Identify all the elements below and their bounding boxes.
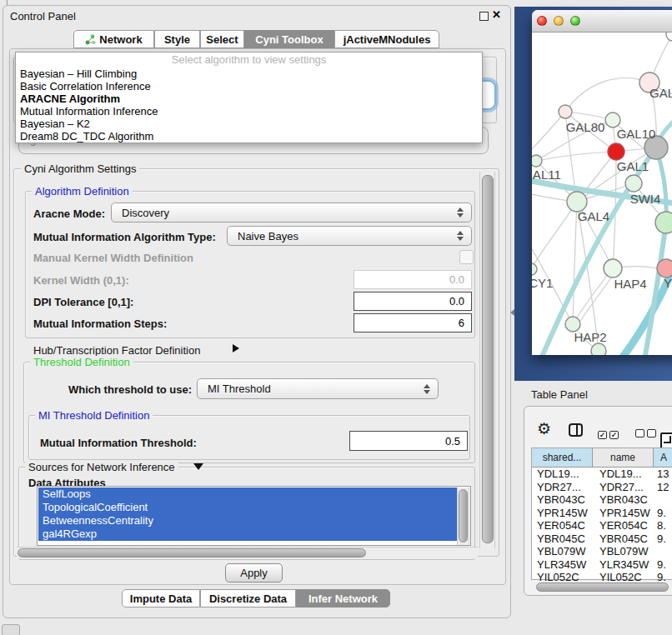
attribute-item-selected[interactable]: TopologicalCoefficient [38,501,462,514]
mi-threshold-field[interactable]: 0.5 [349,431,468,451]
expand-right-icon[interactable] [233,344,239,352]
table-row[interactable]: YBR045CYBR045C9. [532,532,672,546]
mi-steps-field[interactable]: 6 [354,313,472,332]
network-canvas[interactable]: GALGAL80GAL10GAL11GAL1SWI4GAL4GCY1HAP4YH… [532,32,672,355]
tab-impute-data[interactable]: Impute Data [122,589,200,608]
table-row[interactable]: YDR27...YDR27...12 [532,481,672,494]
node-label: GAL [649,86,672,100]
tab-infer-network[interactable]: Infer Network [296,589,390,608]
column-layout-icon[interactable] [569,423,583,437]
network-node[interactable] [532,263,537,275]
table-cell: YBR043C [537,493,585,507]
table-horizontal-scrollbar[interactable] [534,582,672,592]
tab-discretize-data[interactable]: Discretize Data [200,589,296,608]
network-node[interactable] [559,105,572,118]
collapse-down-icon[interactable] [193,463,203,470]
network-node[interactable] [655,212,672,233]
network-edge [565,78,649,112]
node-label: Y [664,276,672,290]
table-cell: 9. [657,558,666,572]
table-row[interactable]: YIL052CYIL052C9. [532,571,672,581]
select-all-rows-icon[interactable]: ✓✓ [598,426,619,441]
table-cell: YLR345W [537,558,586,572]
aracne-mode-label: Aracne Mode: [33,208,105,220]
table-cell: YIL052C [537,571,579,581]
node-label: GCY1 [532,276,553,290]
network-canvas-svg: GALGAL80GAL10GAL11GAL1SWI4GAL4GCY1HAP4YH… [532,32,672,355]
attribute-item-selected[interactable]: SelfLoops [38,488,462,501]
dropdown-item[interactable]: Mutual Information Inference [16,105,482,118]
table-body: YDL19...YDL19...13YDR27...YDR27...12YBR0… [532,468,672,581]
minimize-window-icon[interactable] [554,16,564,26]
tab-network[interactable]: Network [73,30,154,48]
table-row[interactable]: YLR345WYLR345W9. [532,558,672,572]
dpi-tolerance-field[interactable]: 0.0 [354,292,472,311]
tab-label: Infer Network [308,592,378,605]
table-cell: YER054C [599,519,648,532]
dropdown-item-selected[interactable]: ARACNE Algorithm [16,92,482,105]
mi-type-value: Naive Bayes [238,230,298,242]
tab-jactivemnodules[interactable]: jActiveMNodules [334,30,439,48]
network-node[interactable] [625,175,642,192]
hub-definition-label[interactable]: Hub/Transcription Factor Definition [33,344,200,357]
tab-cyni-toolbox[interactable]: Cyni Toolbox [244,30,334,48]
table-cell: YLR345W [599,558,649,572]
manual-kernel-checkbox[interactable] [459,250,474,264]
node-table: shared... name A YDL19...YDL19...13YDR27… [531,448,672,580]
mi-threshold-label: Mutual Information Threshold: [40,437,197,449]
tab-select[interactable]: Select [200,30,244,48]
attribute-item-selected[interactable]: BetweennessCentrality [38,514,462,528]
table-row[interactable]: YDL19...YDL19...13 [532,468,672,481]
network-node[interactable] [657,259,672,278]
which-threshold-combobox[interactable]: MI Threshold [197,378,439,399]
zoom-window-icon[interactable] [570,16,580,26]
apply-button[interactable]: Apply [225,563,283,582]
tab-label: Network [99,33,142,46]
tab-label: Select [206,33,238,46]
table-row[interactable]: YBR043CYBR043C [532,493,672,507]
network-node[interactable] [604,259,622,278]
deselect-all-rows-icon[interactable] [635,426,656,441]
node-label: GAL10 [617,127,656,141]
network-window-titlebar[interactable] [532,10,672,32]
network-node[interactable] [666,32,672,41]
dropdown-item[interactable]: Bayesian – K2 [16,118,482,130]
table-cell: 8. [657,519,666,532]
dropdown-item[interactable]: Dream8 DC_TDC Algorithm [16,130,482,142]
table-cell: 13 [657,468,669,481]
close-window-icon[interactable] [537,16,547,26]
node-label: GAL11 [532,168,561,182]
mi-type-combobox[interactable]: Naive Bayes [227,226,472,246]
settings-vertical-scrollbar[interactable] [479,172,495,548]
kernel-width-field[interactable]: 0.0 [354,270,472,289]
tab-label: Impute Data [130,592,192,605]
network-edge [532,112,565,158]
dpi-tolerance-label: DPI Tolerance [0,1]: [33,296,133,308]
dropdown-item[interactable]: Bayesian – Hill Climbing [16,68,482,80]
network-window[interactable]: GALGAL80GAL10GAL11GAL1SWI4GAL4GCY1HAP4YH… [532,10,672,354]
tab-label: jActiveMNodules [344,33,431,46]
table-row[interactable]: YPR145WYPR145W9. [532,507,672,520]
table-row[interactable]: YER054CYER054C8. [532,519,672,532]
settings-horizontal-scrollbar[interactable] [17,547,478,558]
minimized-panel-button[interactable] [2,624,20,635]
attribute-list-scrollbar[interactable] [457,488,469,546]
attribute-item-selected[interactable]: gal4RGexp [38,528,462,541]
network-icon [85,34,96,45]
tab-style[interactable]: Style [154,30,200,48]
column-header-partial[interactable]: A [654,448,672,468]
aracne-mode-combobox[interactable]: Discovery [111,202,472,222]
table-cell: 9. [657,571,666,581]
column-header-shared-name[interactable]: shared... [532,448,593,468]
table-row[interactable]: YBL079WYBL079W [532,545,672,558]
column-header-name[interactable]: name [593,448,654,468]
float-window-icon[interactable] [479,12,489,21]
gear-icon[interactable]: ⚙ [537,421,551,437]
network-node[interactable] [591,343,606,355]
network-node[interactable] [532,155,542,167]
close-icon[interactable]: ✕ [492,8,501,21]
network-node[interactable] [605,112,620,128]
network-node[interactable] [608,143,624,160]
tab-label: Cyni Toolbox [255,33,323,46]
dropdown-item[interactable]: Basic Correlation Inference [16,80,482,92]
